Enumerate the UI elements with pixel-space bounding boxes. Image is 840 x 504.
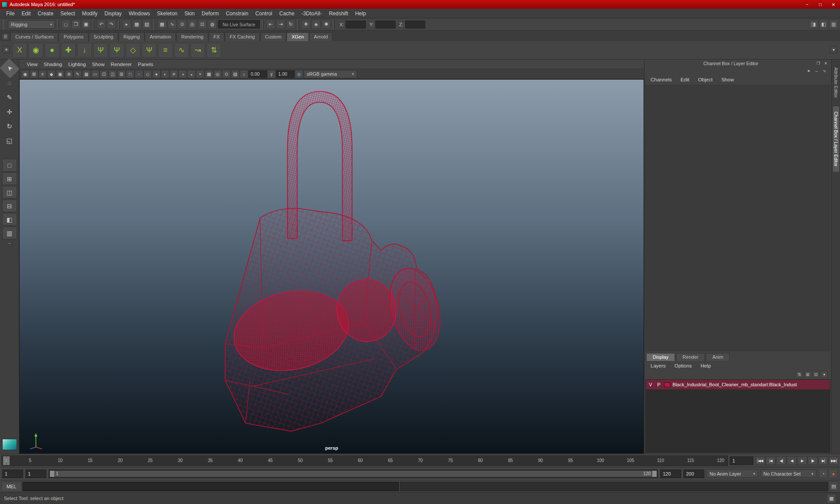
xgen-comb-icon[interactable]: Ψ — [142, 43, 157, 58]
script-editor-icon[interactable]: ▤ — [829, 482, 838, 491]
shadows-icon[interactable]: ◑ — [178, 70, 187, 78]
xgen-collection-icon[interactable]: ● — [45, 43, 60, 58]
toolbar-grip[interactable] — [3, 20, 6, 29]
channel-list-area[interactable] — [645, 85, 830, 351]
play-forward-button[interactable]: ▶ — [797, 456, 807, 465]
shelf-tab[interactable]: FX Caching — [225, 32, 259, 41]
channel-mode-icon[interactable]: ∿ — [821, 67, 828, 74]
isolate-select-icon[interactable]: ⊙ — [222, 70, 231, 78]
motion-blur-icon[interactable]: ◓ — [196, 70, 204, 78]
xgen-export-icon[interactable]: ⇅ — [206, 43, 221, 58]
two-pane-side-layout-button[interactable]: ◫ — [2, 186, 17, 199]
bookmark-icon[interactable]: ◆ — [47, 70, 56, 78]
four-pane-layout-button[interactable]: ⊞ — [2, 172, 17, 185]
input-connections-icon[interactable]: ⇤ — [266, 20, 275, 29]
select-by-component-icon[interactable]: ▧ — [142, 20, 151, 29]
channel-box-menu-item[interactable]: Channels — [647, 76, 676, 84]
command-language-toggle[interactable]: MEL — [1, 482, 21, 491]
close-panel-icon[interactable]: ✕ — [822, 60, 829, 67]
playback-speed-icon[interactable]: ◔ — [819, 469, 828, 478]
playback-start-field[interactable] — [25, 469, 46, 478]
menubar-item[interactable]: Edit — [18, 9, 34, 18]
menubar-item[interactable]: Skeleton — [154, 9, 181, 18]
x-coordinate-input[interactable] — [346, 21, 366, 28]
maximize-button[interactable]: □ — [814, 0, 827, 9]
menubar-item[interactable]: -3DtoAll- — [298, 9, 326, 18]
shelf-tabs-menu-icon[interactable]: ☰ — [2, 33, 9, 40]
lock-camera-icon[interactable]: ⊠ — [30, 70, 38, 78]
range-bar[interactable] — [50, 471, 657, 477]
dof-icon[interactable]: ◎ — [214, 70, 222, 78]
image-plane-icon[interactable]: ▣ — [56, 70, 64, 78]
save-scene-icon[interactable]: ▣ — [81, 20, 91, 29]
auto-key-icon[interactable]: ● — [829, 469, 838, 478]
shelf-overflow-icon[interactable]: ▾ — [830, 46, 837, 53]
character-set-dropdown[interactable]: No Character Set — [760, 469, 816, 478]
range-slider[interactable]: 1 120 — [49, 469, 658, 478]
color-management-icon[interactable]: ◍ — [295, 70, 303, 78]
y-coordinate-input[interactable] — [375, 21, 396, 28]
pan-zoom-icon[interactable]: ⊕ — [65, 70, 73, 78]
viewport-canvas[interactable]: persp — [19, 79, 644, 454]
select-camera-icon[interactable]: ◉ — [21, 70, 29, 78]
single-pane-layout-button[interactable]: □ — [2, 159, 17, 172]
construction-history-icon[interactable]: ↻ — [286, 20, 295, 29]
outliner-persp-layout-button[interactable]: ▥ — [2, 227, 17, 239]
render-settings-icon[interactable]: ✱ — [322, 20, 331, 29]
xgen-description-icon[interactable]: ◉ — [28, 43, 43, 58]
make-live-icon[interactable]: ◍ — [208, 20, 217, 29]
resolution-gate-icon[interactable]: ⊡ — [100, 70, 108, 78]
two-pane-stacked-layout-button[interactable]: ⊟ — [2, 200, 17, 212]
panel-menu-item[interactable]: Show — [89, 61, 108, 68]
safe-title-icon[interactable]: ▫ — [135, 70, 143, 78]
three-pane-layout-button[interactable]: ◧ — [2, 213, 17, 226]
xgen-spline-guide-icon[interactable]: Ψ — [109, 43, 124, 58]
layer-editor-menu-item[interactable]: Options — [671, 362, 696, 370]
shelf-tab[interactable]: Rigging — [119, 32, 144, 41]
layer-row[interactable]: V P Black_Industrial_Boot_Cleaner_mb_sta… — [646, 380, 830, 389]
grid-icon[interactable]: ▦ — [82, 70, 91, 78]
layer-color-swatch[interactable] — [664, 382, 670, 387]
channel-pin-icon[interactable]: ➤ — [805, 67, 812, 74]
menu-set-dropdown[interactable]: Rigging — [8, 20, 55, 29]
menubar-item[interactable]: Select — [57, 9, 78, 18]
channel-box-menu-item[interactable]: Object — [694, 76, 716, 84]
live-surface-field[interactable]: No Live Surface — [218, 20, 260, 28]
xgen-add-description-icon[interactable]: ✚ — [61, 43, 76, 58]
layer-options-icon[interactable]: ▾ — [821, 371, 828, 378]
move-tool[interactable]: ✛ — [2, 105, 17, 119]
snap-to-point-icon[interactable]: ⊙ — [178, 20, 187, 29]
smooth-shade-icon[interactable]: ● — [152, 70, 161, 78]
command-line-input[interactable] — [22, 482, 399, 491]
safe-action-icon[interactable]: □ — [126, 70, 134, 78]
menubar-item[interactable]: Windows — [125, 9, 154, 18]
layer-editor-tab[interactable]: Anim — [706, 353, 730, 361]
persp-view-thumbnail[interactable] — [2, 439, 17, 450]
anim-layer-dropdown[interactable]: No Anim Layer — [707, 469, 758, 478]
shelf-tab[interactable]: XGen — [287, 32, 308, 41]
quick-help-icon[interactable]: ▦ — [827, 494, 836, 503]
channel-box-menu-item[interactable]: Edit — [677, 76, 693, 84]
layer-sync-icon[interactable]: ⇅ — [796, 371, 803, 378]
panel-menu-item[interactable]: Shading — [41, 61, 65, 68]
paint-select-tool[interactable]: ✎ — [2, 91, 17, 104]
toolbox-collapse-button[interactable]: − — [2, 240, 17, 246]
menubar-item[interactable]: Constrain — [222, 9, 252, 18]
playback-end-field[interactable] — [660, 469, 681, 478]
toggle-attribute-editor-icon[interactable]: ◨ — [809, 20, 818, 29]
new-layer-from-selected-icon[interactable]: ⊡ — [812, 371, 819, 378]
close-button[interactable]: ✕ — [827, 0, 840, 9]
panel-menu-item[interactable]: Panels — [135, 61, 156, 68]
select-tool[interactable]: ➤ — [0, 59, 19, 79]
range-end-handle[interactable] — [652, 471, 657, 477]
lasso-tool[interactable]: ◌ — [2, 76, 17, 90]
shelf-tab[interactable]: Custom — [260, 32, 287, 41]
xgen-editor-icon[interactable]: X — [12, 43, 27, 58]
step-back-frame-button[interactable]: ◀| — [776, 456, 786, 465]
render-frame-icon[interactable]: ❖ — [301, 20, 311, 29]
step-forward-key-button[interactable]: ▶| — [818, 456, 828, 465]
camera-attributes-icon[interactable]: ≡ — [38, 70, 47, 78]
xgen-groomable-spline-icon[interactable]: Ψ — [93, 43, 108, 58]
rotate-tool[interactable]: ↻ — [2, 119, 17, 133]
snap-to-projected-center-icon[interactable]: ◎ — [188, 20, 197, 29]
